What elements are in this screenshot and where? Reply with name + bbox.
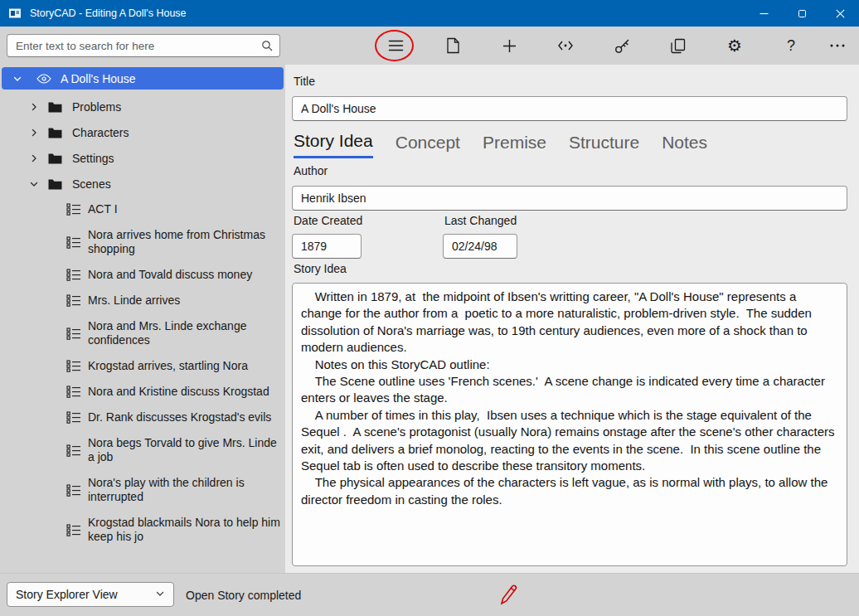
tree-item-settings[interactable]: Settings xyxy=(0,145,285,171)
tree-item-problems[interactable]: Problems xyxy=(0,94,285,119)
tree-item-scene[interactable]: Mrs. Linde arrives xyxy=(0,288,285,313)
author-input[interactable] xyxy=(292,186,847,211)
document-icon[interactable] xyxy=(442,35,463,56)
content-panel: Title Story Idea Concept Premise Structu… xyxy=(285,65,859,573)
search-icon[interactable] xyxy=(261,40,273,55)
copy-icon[interactable] xyxy=(667,35,689,56)
title-label: Title xyxy=(294,75,315,88)
navigation-tree: A Doll's House Problems Characters Setti… xyxy=(0,65,285,573)
search-input[interactable] xyxy=(7,34,280,57)
tree-item-label: Mrs. Linde arrives xyxy=(88,293,180,308)
scene-list-icon xyxy=(66,294,81,307)
window-controls xyxy=(745,0,859,27)
maximize-icon xyxy=(798,10,806,17)
folder-icon xyxy=(48,127,62,138)
date-created-input[interactable] xyxy=(292,234,362,259)
tree-item-label: Nora and Mrs. Linde exchange confidences xyxy=(88,319,282,347)
view-selector-value: Story Explorer View xyxy=(16,588,118,601)
chevron-right-icon[interactable] xyxy=(28,102,40,112)
search-box xyxy=(7,34,280,57)
chevron-down-icon xyxy=(155,588,165,601)
story-idea-label: Story Idea xyxy=(294,262,347,275)
author-label: Author xyxy=(294,164,328,177)
tree-item-label: Nora and Kristine discuss Krogstad xyxy=(88,385,269,399)
date-created-label: Date Created xyxy=(294,214,362,227)
tree-item-scene[interactable]: Nora's play with the children is interru… xyxy=(0,470,285,510)
toolbar: ⚙ ? xyxy=(0,27,859,65)
status-message: Open Story completed xyxy=(186,589,301,602)
folder-icon xyxy=(48,178,62,190)
tree-item-label: ACT I xyxy=(88,202,118,216)
tree-item-label: Nora's play with the children is interru… xyxy=(88,476,282,504)
chevron-down-icon[interactable] xyxy=(12,74,23,84)
tree-item-scene[interactable]: Nora and Kristine discuss Krogstad xyxy=(0,379,285,405)
tab-premise[interactable]: Premise xyxy=(483,131,546,158)
scene-list-icon xyxy=(66,411,81,424)
chevron-right-icon[interactable] xyxy=(28,153,40,163)
tree-item-scene[interactable]: Dr. Rank discusses Krogstad's evils xyxy=(0,405,285,430)
tab-story-idea[interactable]: Story Idea xyxy=(294,131,373,158)
tab-notes[interactable]: Notes xyxy=(662,131,707,158)
more-icon[interactable] xyxy=(827,35,848,56)
tree-item-scene[interactable]: Nora begs Torvald to give Mrs. Linde a j… xyxy=(0,430,285,470)
status-bar: Story Explorer View Open Story completed xyxy=(0,573,859,616)
scene-list-icon xyxy=(66,327,81,340)
story-idea-textarea[interactable]: Written in 1879, at the midpoint of Ibse… xyxy=(292,283,847,566)
tree-item-scene[interactable]: Nora and Mrs. Linde exchange confidences xyxy=(0,313,285,353)
annotation-circle xyxy=(375,30,414,61)
tree-item-scene[interactable]: Krogstad blackmails Nora to help him kee… xyxy=(0,510,285,550)
chevron-right-icon[interactable] xyxy=(28,128,40,138)
tree-item-label: Nora arrives home from Christmas shoppin… xyxy=(88,228,282,256)
tree-item-scene[interactable]: Nora arrives home from Christmas shoppin… xyxy=(0,222,285,262)
scene-list-icon xyxy=(66,360,81,372)
tab-structure[interactable]: Structure xyxy=(569,131,639,158)
tree-item-scene[interactable]: Nora and Tovald discuss money xyxy=(0,262,285,288)
tree-item-label: Nora and Tovald discuss money xyxy=(88,268,252,282)
scene-list-icon xyxy=(66,203,81,216)
window-title: StoryCAD - Editing A Doll's House xyxy=(30,7,187,19)
view-selector[interactable]: Story Explorer View xyxy=(7,582,174,607)
tree-item-scenes[interactable]: Scenes xyxy=(0,171,285,196)
tree-item-label: Krogstad arrives, startling Nora xyxy=(88,359,248,373)
scene-list-icon xyxy=(66,444,81,457)
tree-item-label: Settings xyxy=(72,152,114,165)
tree-item-characters[interactable]: Characters xyxy=(0,119,285,145)
help-icon[interactable]: ? xyxy=(780,35,802,56)
key-icon[interactable] xyxy=(611,35,633,56)
eye-icon xyxy=(36,74,51,84)
scene-list-icon xyxy=(66,269,81,281)
tree-item-label: Characters xyxy=(72,126,129,139)
pivot-tabs: Story Idea Concept Premise Structure Not… xyxy=(294,131,707,158)
tab-concept[interactable]: Concept xyxy=(396,131,460,158)
folder-icon xyxy=(48,101,62,113)
tree-item-scene[interactable]: ACT I xyxy=(0,196,285,222)
tree-item-scene[interactable]: Krogstad arrives, startling Nora xyxy=(0,353,285,379)
gear-icon[interactable]: ⚙ xyxy=(724,35,745,56)
close-button[interactable] xyxy=(821,0,859,27)
maximize-button[interactable] xyxy=(783,0,821,27)
scene-list-icon xyxy=(66,524,81,536)
last-changed-label: Last Changed xyxy=(444,214,517,227)
last-changed-input[interactable] xyxy=(443,234,517,259)
tree-item-root[interactable]: A Doll's House xyxy=(2,67,284,90)
scene-list-icon xyxy=(66,386,81,398)
move-icon[interactable] xyxy=(555,35,576,56)
tree-item-label: Dr. Rank discusses Krogstad's evils xyxy=(88,410,271,424)
tree-item-label: Nora begs Torvald to give Mrs. Linde a j… xyxy=(88,436,282,464)
tree-item-label: A Doll's House xyxy=(61,72,136,85)
tree-item-label: Krogstad blackmails Nora to help him kee… xyxy=(88,516,282,544)
red-pencil-annotation xyxy=(497,581,519,609)
tree-item-label: Problems xyxy=(72,100,121,114)
tree-item-label: Scenes xyxy=(72,177,111,191)
scene-list-icon xyxy=(66,484,81,497)
scene-list-icon xyxy=(66,236,81,249)
close-icon xyxy=(836,9,845,18)
minimize-button[interactable] xyxy=(745,0,783,27)
app-icon xyxy=(8,7,22,20)
add-icon[interactable] xyxy=(498,35,520,56)
folder-icon xyxy=(48,153,62,164)
title-input[interactable] xyxy=(292,96,847,121)
titlebar: StoryCAD - Editing A Doll's House xyxy=(0,0,859,27)
chevron-down-icon[interactable] xyxy=(28,179,40,189)
